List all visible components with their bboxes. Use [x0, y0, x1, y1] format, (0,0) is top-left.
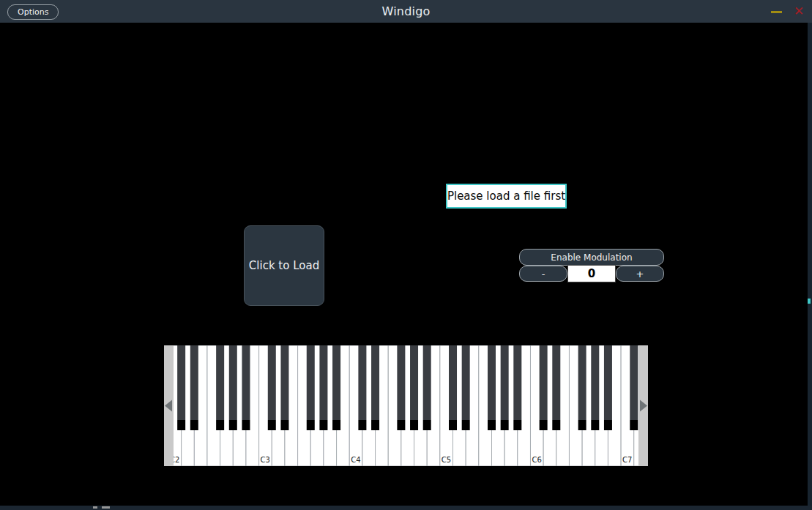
black-key-tip[interactable] — [423, 420, 431, 430]
octave-label: C7 — [622, 456, 632, 464]
black-key-tip[interactable] — [630, 420, 638, 430]
octave-label: C4 — [351, 456, 360, 464]
octave-label: C3 — [261, 456, 270, 464]
black-key-tip[interactable] — [552, 420, 560, 430]
title-bar: Options Windigo ✕ — [0, 0, 812, 23]
black-key[interactable] — [216, 345, 224, 420]
black-key[interactable] — [190, 345, 198, 420]
black-key[interactable] — [591, 345, 599, 420]
black-key[interactable] — [488, 345, 496, 420]
black-key-tip[interactable] — [280, 420, 288, 430]
black-key-tip[interactable] — [216, 420, 224, 430]
app-window: Options Windigo ✕ Please load a file fir… — [0, 0, 812, 510]
black-key[interactable] — [501, 345, 509, 420]
black-key[interactable] — [462, 345, 470, 420]
black-key[interactable] — [540, 345, 548, 420]
black-key[interactable] — [268, 345, 276, 420]
close-icon: ✕ — [794, 4, 804, 18]
black-key[interactable] — [319, 345, 327, 420]
black-key[interactable] — [449, 345, 457, 420]
black-key-tip[interactable] — [540, 420, 548, 430]
modulation-decrease-label: - — [542, 269, 545, 280]
window-title: Windigo — [0, 4, 812, 18]
black-key-tip[interactable] — [488, 420, 496, 430]
black-key[interactable] — [630, 345, 638, 420]
close-button[interactable]: ✕ — [791, 3, 807, 19]
black-key-tip[interactable] — [591, 420, 599, 430]
black-key[interactable] — [578, 345, 586, 420]
black-key-tip[interactable] — [307, 420, 315, 430]
black-key-tip[interactable] — [410, 420, 418, 430]
load-file-button[interactable]: Click to Load — [244, 225, 324, 306]
black-key[interactable] — [307, 345, 315, 420]
black-key[interactable] — [604, 345, 612, 420]
black-key-tip[interactable] — [449, 420, 457, 430]
enable-modulation-button[interactable]: Enable Modulation — [519, 249, 664, 266]
bottom-window-edge — [0, 506, 812, 510]
black-key[interactable] — [332, 345, 340, 420]
black-key-tip[interactable] — [358, 420, 366, 430]
black-key[interactable] — [513, 345, 521, 420]
bottom-edge-mark — [102, 506, 110, 509]
black-key-tip[interactable] — [242, 420, 250, 430]
right-edge-scrollbar[interactable] — [808, 23, 812, 510]
black-key[interactable] — [552, 345, 560, 420]
bottom-edge-mark — [93, 506, 97, 509]
black-key[interactable] — [371, 345, 379, 420]
right-scrollbar-handle[interactable] — [808, 299, 811, 304]
black-key-tip[interactable] — [190, 420, 198, 430]
black-key[interactable] — [242, 345, 250, 420]
black-key-tip[interactable] — [578, 420, 586, 430]
modulation-increase-label: + — [636, 269, 644, 280]
black-key[interactable] — [423, 345, 431, 420]
black-key-tip[interactable] — [371, 420, 379, 430]
octave-label: C6 — [532, 456, 541, 464]
black-key[interactable] — [229, 345, 237, 420]
load-file-button-label: Click to Load — [249, 259, 319, 272]
minimize-button[interactable] — [768, 6, 784, 18]
black-key-tip[interactable] — [319, 420, 327, 430]
modulation-decrease-button[interactable]: - — [519, 266, 567, 282]
black-key[interactable] — [177, 345, 185, 420]
black-key-tip[interactable] — [513, 420, 521, 430]
modulation-value-field[interactable]: 0 — [567, 265, 616, 282]
black-key[interactable] — [397, 345, 405, 420]
black-key-tip[interactable] — [177, 420, 185, 430]
modulation-increase-button[interactable]: + — [616, 266, 664, 282]
black-key-tip[interactable] — [397, 420, 405, 430]
status-message-text: Please load a file first — [447, 190, 565, 203]
black-key-tip[interactable] — [501, 420, 509, 430]
minimize-icon — [771, 11, 782, 13]
enable-modulation-label: Enable Modulation — [551, 252, 632, 263]
black-key-tip[interactable] — [332, 420, 340, 430]
black-key-tip[interactable] — [604, 420, 612, 430]
black-key-tip[interactable] — [462, 420, 470, 430]
black-key[interactable] — [280, 345, 288, 420]
black-key[interactable] — [410, 345, 418, 420]
piano-keyboard[interactable]: C2C3C4C5C6C7 — [164, 345, 648, 466]
status-message: Please load a file first — [446, 184, 567, 209]
octave-label: C5 — [442, 456, 451, 464]
black-key[interactable] — [358, 345, 366, 420]
black-key-tip[interactable] — [268, 420, 276, 430]
black-key-tip[interactable] — [229, 420, 237, 430]
